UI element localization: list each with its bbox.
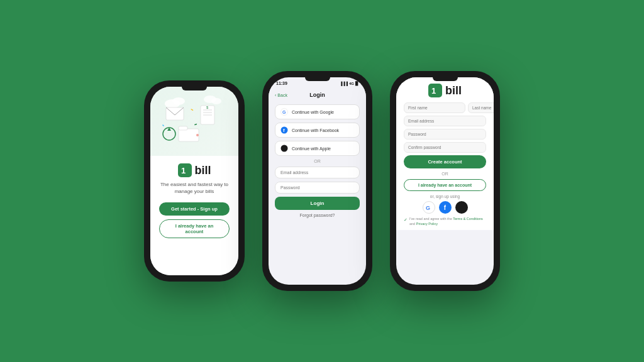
svg-text:1: 1 — [431, 86, 436, 96]
signup-body: 1 bill Create account OR I already have … — [396, 77, 494, 230]
svg-rect-10 — [179, 129, 199, 141]
confirm-password-input[interactable] — [404, 142, 486, 153]
back-label: Back — [277, 93, 287, 97]
google-btn-text: Continue with Google — [292, 110, 334, 114]
notch-login — [305, 77, 330, 81]
already-account-button-welcome[interactable]: I already have an account — [159, 219, 230, 238]
facebook-signup-icon: f — [444, 204, 446, 211]
signup-screen: 1 bill Create account OR I already have … — [396, 77, 494, 285]
apple-signup-button[interactable] — [455, 201, 468, 214]
google-icon: G — [280, 108, 288, 116]
forgot-password-link[interactable]: Forgot password? — [275, 213, 360, 217]
facebook-icon: f — [280, 126, 288, 134]
social-icons-row: G f — [404, 201, 486, 214]
phone-signup: 1 bill Create account OR I already have … — [390, 71, 500, 291]
battery-icon: ▉ — [355, 81, 358, 85]
social-signup-label: or, sign up using — [404, 194, 486, 199]
svg-rect-13 — [191, 109, 193, 111]
facebook-signup-button[interactable]: f — [439, 201, 452, 214]
signup-app-name: bill — [445, 84, 462, 97]
welcome-screen: $ — [150, 87, 238, 275]
welcome-illustration: $ — [150, 87, 238, 156]
svg-text:G: G — [426, 205, 430, 211]
apple-btn-text: Continue with Apple — [292, 146, 331, 151]
time: 11:39 — [276, 81, 287, 85]
facebook-btn-text: Continue with Facebook — [292, 128, 339, 133]
tagline: The easiest and fastest way to manage yo… — [159, 181, 230, 195]
privacy-link[interactable]: Privacy Policy — [416, 222, 438, 226]
phone-login: 11:39 ▐▐▐ 4G ▉ ‹ Back Login — [262, 71, 372, 291]
notch-signup — [433, 77, 458, 81]
login-button[interactable]: Login — [275, 197, 360, 210]
logo: 1 bill — [178, 163, 211, 177]
login-body: G Continue with Google f Continue with F… — [269, 101, 366, 221]
signal-icon: ▐▐▐ — [340, 82, 348, 85]
or-divider: OR — [275, 159, 360, 163]
get-started-button[interactable]: Get started - Sign up — [159, 202, 230, 216]
facebook-login-button[interactable]: f Continue with Facebook — [275, 123, 360, 138]
google-signup-button[interactable]: G — [423, 201, 435, 214]
create-account-button[interactable]: Create account — [404, 155, 486, 168]
terms-content: I've read and agree with the Terms & Con… — [409, 217, 486, 226]
svg-text:G: G — [282, 110, 286, 114]
google-login-button[interactable]: G Continue with Google — [275, 104, 360, 119]
signup-logo: 1 bill — [404, 81, 486, 97]
svg-point-16 — [196, 134, 199, 136]
svg-point-1 — [172, 97, 185, 105]
app-name: bill — [195, 164, 211, 177]
already-account-button-signup[interactable]: I already have an account — [404, 179, 486, 191]
email-input[interactable] — [275, 167, 360, 178]
terms-link[interactable]: Terms & Conditions — [453, 217, 483, 221]
last-name-input[interactable] — [468, 102, 494, 113]
svg-text:1: 1 — [181, 166, 186, 175]
svg-rect-11 — [179, 126, 187, 130]
apple-login-button[interactable]: Continue with Apple — [275, 141, 360, 156]
password-input[interactable] — [275, 182, 360, 194]
phones-container: $ — [131, 58, 513, 304]
login-header: ‹ Back Login — [269, 87, 366, 101]
welcome-content: 1 bill The easiest and fastest way to ma… — [150, 156, 238, 275]
login-title: Login — [309, 92, 325, 98]
apple-icon — [280, 145, 288, 152]
signup-or-divider: OR — [404, 172, 486, 176]
chevron-left-icon: ‹ — [275, 93, 276, 97]
terms-text: ✓ I've read and agree with the Terms & C… — [404, 217, 486, 226]
svg-point-3 — [211, 98, 221, 104]
notch — [182, 87, 207, 90]
svg-rect-14 — [194, 124, 197, 126]
phone-welcome: $ — [144, 80, 245, 282]
terms-check-icon: ✓ — [404, 217, 408, 223]
status-icons: ▐▐▐ 4G ▉ — [340, 81, 358, 85]
signup-logo-icon: 1 — [428, 84, 442, 97]
signup-password-input[interactable] — [404, 129, 486, 140]
svg-point-23 — [281, 145, 288, 152]
google-signup-icon: G — [425, 204, 433, 211]
first-name-input[interactable] — [404, 102, 465, 113]
name-row — [404, 102, 486, 113]
signup-email-input[interactable] — [404, 116, 486, 126]
back-button[interactable]: ‹ Back — [275, 93, 287, 97]
svg-rect-15 — [162, 124, 164, 126]
wifi-icon: 4G — [349, 82, 354, 85]
login-screen: 11:39 ▐▐▐ 4G ▉ ‹ Back Login — [269, 77, 366, 285]
svg-text:f: f — [283, 128, 285, 133]
